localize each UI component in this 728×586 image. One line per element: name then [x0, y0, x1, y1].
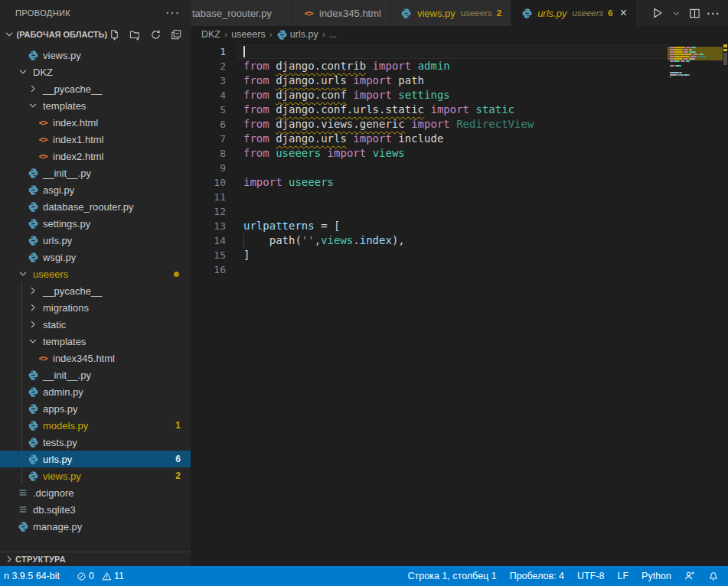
tree-item-dcignore[interactable]: .dcignore [0, 484, 191, 501]
python-icon [18, 521, 29, 532]
status-language-mode[interactable]: Python [641, 571, 671, 581]
tree-item-index-html[interactable]: <>index.html [0, 114, 191, 131]
status-encoding[interactable]: UTF-8 [577, 571, 604, 581]
tree-item-label: views.py [43, 50, 81, 61]
breadcrumb-separator: › [321, 29, 327, 40]
code-line-6: 6from django.views.generic import Redire… [191, 117, 668, 132]
tree-item-urls-py[interactable]: urls.py [0, 232, 191, 249]
tree-item-asgi-py[interactable]: asgi.py [0, 181, 191, 198]
tree-item-wsgi-py[interactable]: wsgi.py [0, 249, 191, 265]
minimap[interactable] [668, 43, 723, 566]
outline-title: СТРУКТУРА [15, 555, 66, 564]
python-icon [28, 370, 39, 381]
tree-item-models-py[interactable]: models.py1 [0, 417, 191, 434]
tree-item-urls-py[interactable]: urls.py6 [0, 451, 191, 467]
tree-item-migrations[interactable]: migrations [0, 299, 191, 316]
file-tree: views.pyDKZ__pycache__templates<>index.h… [0, 44, 191, 552]
line-number: 12 [191, 206, 237, 217]
workspace-section-header[interactable]: (РАБОЧАЯ ОБЛАСТЬ) ... [0, 25, 191, 44]
python-icon [28, 184, 39, 196]
code-line-16: 16 [191, 262, 668, 277]
tab-problems-badge: 2 [497, 8, 501, 18]
tree-item-apps-py[interactable]: apps.py [0, 400, 191, 417]
tree-item-templates[interactable]: templates [0, 333, 191, 350]
tree-item-db-sqlite3[interactable]: db.sqlite3 [0, 501, 191, 518]
tree-item-tests-py[interactable]: tests.py [0, 434, 191, 451]
outline-section-header[interactable]: СТРУКТУРА [0, 552, 191, 566]
html-icon: <> [38, 118, 47, 128]
editor-more-button[interactable]: ⋯ [705, 5, 720, 21]
close-icon[interactable]: × [620, 7, 627, 19]
line-content [237, 44, 668, 59]
tree-item-views-py[interactable]: views.py [0, 47, 191, 63]
refresh-button[interactable] [149, 28, 162, 41]
indent-guide [21, 316, 22, 333]
tree-item-static[interactable]: static [0, 316, 191, 333]
tree-item-index2-html[interactable]: <>index2.html [0, 148, 191, 164]
line-content: from django.views.generic import Redirec… [237, 117, 668, 132]
line-number: 13 [191, 220, 237, 232]
status-notifications[interactable] [708, 571, 719, 581]
python-icon [28, 470, 39, 482]
tree-item-useeers[interactable]: useeers [0, 265, 191, 282]
breadcrumb-item-useeers[interactable]: useeers [231, 29, 265, 40]
tree-item-views-py[interactable]: views.py2 [0, 467, 191, 484]
line-number: 10 [191, 177, 237, 188]
tree-item-init-py[interactable]: __init__.py [0, 366, 191, 383]
status-feedback[interactable] [684, 571, 695, 581]
indent-guide [21, 333, 22, 350]
tree-item-label: wsgi.py [43, 252, 76, 263]
status-cursor-position[interactable]: Строка 1, столбец 1 [408, 571, 497, 581]
tree-item-label: models.py [43, 420, 88, 431]
tree-item-dkz[interactable]: DKZ [0, 63, 191, 80]
tree-item-pycache[interactable]: __pycache__ [0, 80, 191, 97]
status-python-version[interactable]: n 3.9.5 64-bit [4, 571, 60, 581]
tree-item-pycache[interactable]: __pycache__ [0, 282, 191, 299]
python-icon [28, 252, 39, 263]
status-indentation[interactable]: Пробелов: 4 [510, 571, 564, 581]
chevron-down-icon [18, 269, 28, 279]
new-folder-button[interactable] [128, 28, 142, 41]
tree-item-index345-html[interactable]: <>index345.html [0, 350, 191, 366]
run-dropdown-button[interactable] [668, 5, 684, 21]
tree-item-label: views.py [43, 470, 81, 482]
status-problems[interactable]: 011 [77, 571, 129, 581]
tree-item-init-py[interactable]: __init__.py [0, 164, 191, 181]
code-line-5: 5from django.conf.urls.static import sta… [191, 103, 668, 117]
tab-views-py[interactable]: views.pyuseeers2 [391, 0, 511, 26]
chevron-right-icon [28, 285, 38, 296]
tree-item-database-roouter-py[interactable]: database_roouter.py [0, 198, 191, 215]
tree-item-admin-py[interactable]: admin.py [0, 383, 191, 400]
run-button[interactable] [650, 5, 665, 21]
tab-problems-badge: 6 [608, 8, 612, 18]
code-editor[interactable]: 12from django.contrib import admin3from … [191, 43, 728, 566]
tab-tabase-roouter-py[interactable]: tabase_roouter.py [191, 0, 293, 26]
ellipsis-icon: ⋯ [705, 5, 720, 21]
tree-item-index1-html[interactable]: <>index1.html [0, 131, 191, 148]
new-file-button[interactable] [107, 28, 121, 41]
problems-badge: 6 [175, 454, 181, 464]
tree-item-settings-py[interactable]: settings.py [0, 215, 191, 232]
tree-item-templates[interactable]: templates [0, 97, 191, 114]
indent-guide [21, 434, 22, 451]
explorer-more-button[interactable]: ··· [165, 6, 180, 20]
tree-item-label: urls.py [43, 454, 72, 465]
problems-badge: 2 [175, 470, 181, 481]
indent-guide [21, 451, 22, 467]
collapse-all-button[interactable] [169, 28, 183, 41]
chevron-right-icon [4, 554, 15, 565]
breadcrumb-item-dkz[interactable]: DKZ [201, 29, 220, 40]
tree-item-manage-py[interactable]: manage.py [0, 518, 191, 535]
python-icon [28, 454, 39, 465]
breadcrumb-item-urls-py[interactable]: urls.py [276, 29, 318, 41]
tab-index345-html[interactable]: <>index345.html [293, 0, 391, 26]
tab-urls-py[interactable]: urls.pyuseeers6× [511, 0, 637, 26]
status-eol[interactable]: LF [617, 571, 628, 581]
split-editor-button[interactable] [687, 5, 702, 21]
text-cursor [243, 46, 245, 57]
python-icon [28, 403, 39, 415]
indent-guide [21, 366, 22, 383]
tree-item-label: DKZ [33, 67, 53, 78]
breadcrumb-item-[interactable]: ... [329, 29, 337, 40]
tree-item-label: db.sqlite3 [33, 504, 76, 516]
